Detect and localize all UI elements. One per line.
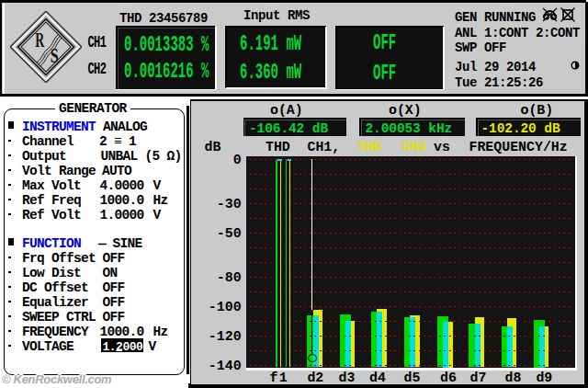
svg-text:R: R bbox=[35, 29, 44, 51]
svg-text:S: S bbox=[51, 44, 59, 67]
